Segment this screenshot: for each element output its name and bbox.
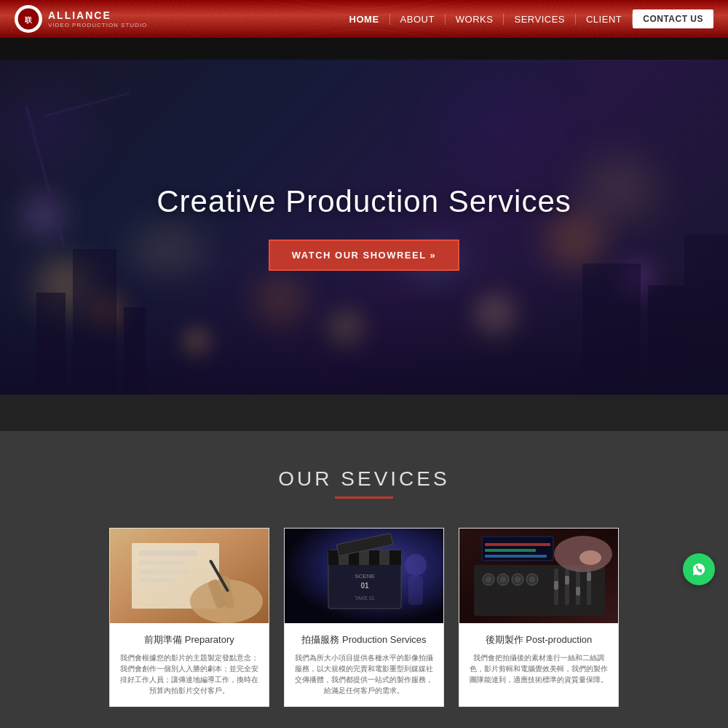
svg-rect-8	[139, 578, 175, 582]
card-text-1: 我們會根據您的影片的主題製定發點意念；我們會創作一個別人入勝的劇本；並完全安排好…	[119, 652, 260, 696]
services-cards: 前期準備 Preparatory 我們會根據您的影片的主題製定發點意念；我們會創…	[15, 528, 713, 707]
card-title-3: 後期製作 Post-production	[468, 633, 609, 646]
svg-rect-48	[587, 572, 591, 581]
card-image-3	[459, 529, 618, 623]
hero-content: Creative Production Services WATCH OUR S…	[157, 184, 571, 271]
service-card-3: 後期製作 Post-production 我們會把拍攝後的素材進行一絲和二絲調色…	[459, 528, 619, 707]
nav-client[interactable]: CLIENT	[576, 14, 633, 25]
svg-rect-29	[408, 576, 423, 605]
svg-rect-22	[379, 550, 389, 565]
card-image-1	[110, 529, 269, 623]
nav-works[interactable]: WORKS	[446, 14, 505, 25]
card-text-2: 我們為所大小項目提供各種水平的影像拍攝服務，以大規模的完賣和電影重型到媒媒社交傳…	[293, 652, 435, 696]
logo-icon: 联	[15, 5, 42, 33]
svg-rect-6	[139, 561, 183, 565]
logo: 联 ALLIANCE VIDEO PRODUCTION STUDIO	[15, 5, 147, 33]
svg-text:TAKE 01: TAKE 01	[355, 596, 375, 601]
nav-about[interactable]: ABOUT	[390, 14, 446, 25]
card-body-1: 前期準備 Preparatory 我們會根據您的影片的主題製定發點意念；我們會創…	[110, 623, 269, 706]
svg-rect-21	[369, 550, 379, 565]
card-image-2: SCENE 01 TAKE 01	[285, 529, 443, 623]
svg-rect-42	[554, 581, 558, 590]
svg-rect-32	[474, 565, 605, 616]
nav-links: HOME ABOUT WORKS SERVICES CLIENT CONTACT…	[339, 9, 713, 28]
svg-rect-20	[359, 550, 369, 565]
hero-title: Creative Production Services	[157, 184, 571, 219]
svg-text:SCENE: SCENE	[355, 573, 375, 579]
whatsapp-icon	[689, 560, 708, 579]
card-title-1: 前期準備 Preparatory	[119, 633, 260, 646]
svg-rect-51	[485, 543, 550, 546]
svg-text:联: 联	[24, 16, 33, 24]
services-title: OUR SEVICES	[15, 467, 713, 491]
svg-point-38	[515, 577, 521, 582]
showreel-button[interactable]: WATCH OUR SHOWREEL »	[269, 240, 460, 271]
svg-point-56	[689, 560, 708, 579]
card-body-3: 後期製作 Post-production 我們會把拍攝後的素材進行一絲和二絲調色…	[459, 623, 618, 695]
logo-name: ALLIANCE	[48, 9, 147, 22]
whatsapp-button[interactable]	[683, 553, 715, 585]
svg-rect-46	[576, 587, 580, 596]
svg-rect-5	[139, 550, 197, 556]
svg-rect-44	[565, 576, 569, 585]
svg-rect-53	[485, 555, 547, 558]
svg-point-34	[486, 577, 491, 582]
services-section: OUR SEVICES	[0, 431, 728, 728]
nav-services[interactable]: SERVICES	[504, 14, 576, 25]
svg-rect-7	[139, 569, 190, 574]
services-underline	[335, 496, 393, 499]
black-bar	[0, 38, 728, 60]
svg-point-40	[529, 577, 535, 582]
service-card-2: SCENE 01 TAKE 01 拍攝服務 Production Service…	[284, 528, 444, 707]
svg-point-36	[500, 577, 506, 582]
card-title-2: 拍攝服務 Production Services	[293, 633, 435, 646]
logo-subtitle: VIDEO PRODUCTION STUDIO	[48, 22, 147, 28]
svg-point-55	[579, 550, 601, 565]
svg-point-28	[405, 554, 427, 576]
hero-bottom-bar	[0, 395, 728, 431]
svg-rect-43	[565, 569, 569, 605]
navbar: 联 ALLIANCE VIDEO PRODUCTION STUDIO HOME …	[0, 0, 728, 38]
svg-rect-52	[485, 549, 536, 552]
logo-text-group: ALLIANCE VIDEO PRODUCTION STUDIO	[48, 9, 147, 28]
svg-text:01: 01	[360, 582, 369, 590]
service-card-1: 前期準備 Preparatory 我們會根據您的影片的主題製定發點意念；我們會創…	[109, 528, 269, 707]
nav-home[interactable]: HOME	[339, 14, 390, 25]
svg-rect-17	[328, 550, 339, 565]
nav-contact[interactable]: CONTACT US	[633, 9, 713, 28]
hero-section: Creative Production Services WATCH OUR S…	[0, 60, 728, 395]
card-text-3: 我們會把拍攝後的素材進行一絲和二絲調色，影片剪輯和電腦覺效美輯，我們的製作團隊能…	[468, 652, 609, 685]
svg-rect-23	[389, 550, 401, 565]
card-body-2: 拍攝服務 Production Services 我們為所大小項目提供各種水平的…	[285, 623, 443, 706]
